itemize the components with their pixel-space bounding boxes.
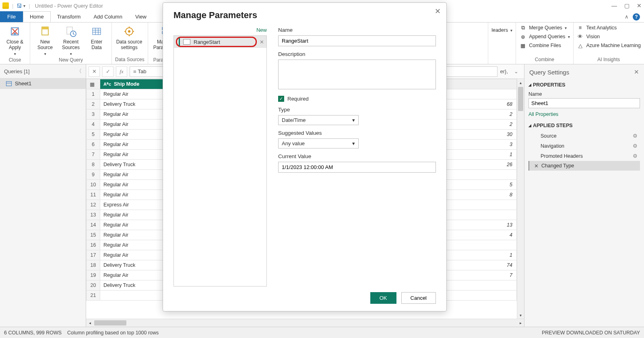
data-source-settings-button[interactable]: Data source settings xyxy=(115,24,143,51)
formula-accept-button[interactable]: ✓ xyxy=(102,66,114,77)
required-checkbox[interactable]: ✓ xyxy=(278,96,284,102)
azure-ml-button[interactable]: △Azure Machine Learning xyxy=(577,42,641,49)
qat-dropdown-icon[interactable]: ▾ xyxy=(23,4,25,8)
status-columns-rows: 6 COLUMNS, 999 ROWS xyxy=(4,330,62,336)
row-number: 4 xyxy=(87,120,100,130)
vision-button[interactable]: 👁Vision xyxy=(577,33,641,40)
grid-corner[interactable]: ▦ xyxy=(87,79,100,89)
step-settings-icon[interactable]: ⚙ xyxy=(633,143,638,149)
delete-parameter-icon[interactable]: ✕ xyxy=(260,39,264,45)
param-type-label: Type xyxy=(278,107,436,113)
svg-rect-2 xyxy=(42,27,48,29)
scroll-down-icon[interactable]: ▾ xyxy=(517,311,524,319)
step-settings-icon[interactable]: ⚙ xyxy=(633,153,638,159)
delete-step-icon[interactable]: ✕ xyxy=(534,163,539,169)
scroll-thumb[interactable] xyxy=(518,87,523,111)
row-number: 20 xyxy=(87,280,100,291)
applied-step[interactable]: ✕Changed Type xyxy=(528,161,640,171)
collapse-queries-icon[interactable]: 〈 xyxy=(76,68,82,75)
help-button[interactable]: ? xyxy=(633,13,640,21)
row-number: 12 xyxy=(87,200,100,210)
row-number: 16 xyxy=(87,240,100,250)
applied-step[interactable]: Navigation⚙ xyxy=(528,141,640,151)
combine-files-button[interactable]: ▦Combine Files xyxy=(519,42,570,49)
enter-data-button[interactable]: Enter Data xyxy=(85,24,108,51)
applied-step[interactable]: Promoted Headers⚙ xyxy=(528,151,640,161)
formula-fx-button[interactable]: fx xyxy=(116,66,127,77)
scroll-left-icon[interactable]: ◂ xyxy=(86,321,93,325)
query-settings-pane: Query Settings ✕ PROPERTIES Name All Pro… xyxy=(524,64,644,327)
row-number: 15 xyxy=(87,230,100,240)
param-desc-label: Description xyxy=(278,51,436,57)
formula-expand-button[interactable]: ⌄ xyxy=(510,66,522,77)
minimize-button[interactable]: — xyxy=(611,2,617,9)
scroll-right-icon[interactable]: ▸ xyxy=(517,321,524,325)
hscroll-thumb[interactable] xyxy=(94,320,126,326)
step-settings-icon[interactable]: ⚙ xyxy=(633,133,638,139)
grid-vertical-scrollbar[interactable]: ▴ ▾ xyxy=(517,79,524,319)
row-number: 2 xyxy=(87,99,100,109)
row-number: 13 xyxy=(87,210,100,220)
parameter-icon xyxy=(183,39,190,45)
status-bar: 6 COLUMNS, 999 ROWS Column profiling bas… xyxy=(0,327,644,338)
maximize-button[interactable]: ▢ xyxy=(624,2,630,9)
row-number: 17 xyxy=(87,250,100,260)
cancel-button[interactable]: Cancel xyxy=(401,292,436,304)
headers-dropdown[interactable]: leaders xyxy=(491,27,512,33)
tab-transform[interactable]: Transform xyxy=(51,11,87,22)
row-number: 7 xyxy=(87,150,100,160)
save-icon[interactable]: 🖫 xyxy=(17,3,22,9)
formula-cancel-button[interactable]: ✕ xyxy=(89,66,100,77)
queries-pane: Queries [1] 〈 Sheet1 xyxy=(0,64,86,327)
row-number: 9 xyxy=(87,170,100,180)
parameter-item-label: RangeStart xyxy=(194,39,220,45)
dialog-close-button[interactable]: ✕ xyxy=(435,7,441,16)
status-preview-time: PREVIEW DOWNLOADED ON SATURDAY xyxy=(542,330,640,336)
collapse-ribbon-icon[interactable]: ∧ xyxy=(625,14,629,20)
current-value-input[interactable] xyxy=(278,162,436,173)
name-label: Name xyxy=(528,90,640,98)
scroll-up-icon[interactable]: ▴ xyxy=(517,79,524,86)
param-name-input[interactable] xyxy=(278,35,436,46)
row-number: 3 xyxy=(87,109,100,120)
row-number: 10 xyxy=(87,180,100,190)
append-queries-button[interactable]: ⊕Append Queries xyxy=(519,33,570,40)
all-properties-link[interactable]: All Properties xyxy=(528,108,640,120)
ok-button[interactable]: OK xyxy=(370,292,396,304)
applied-step[interactable]: Source⚙ xyxy=(528,131,640,141)
grid-horizontal-scrollbar[interactable]: ◂ ▸ xyxy=(86,319,524,327)
combine-files-icon: ▦ xyxy=(519,42,526,49)
properties-section[interactable]: PROPERTIES xyxy=(528,80,640,90)
combine-group-label: Combine xyxy=(519,56,570,64)
row-number: 6 xyxy=(87,140,100,150)
ai-insights-group-label: AI Insights xyxy=(577,56,641,64)
tab-add-column[interactable]: Add Column xyxy=(87,11,129,22)
close-window-button[interactable]: ✕ xyxy=(637,2,642,9)
row-number: 14 xyxy=(87,220,100,230)
tab-home[interactable]: Home xyxy=(23,11,51,22)
suggested-values-select[interactable]: Any value▾ xyxy=(278,138,359,148)
svg-rect-5 xyxy=(93,28,101,35)
new-parameter-link[interactable]: New xyxy=(173,27,267,35)
query-name-input[interactable] xyxy=(528,98,640,108)
step-label: Changed Type xyxy=(541,163,574,169)
parameter-item-rangestart[interactable]: RangeStart ✕ xyxy=(174,36,266,48)
recent-sources-button[interactable]: Recent Sources▾ xyxy=(59,24,83,56)
vision-icon: 👁 xyxy=(577,33,584,40)
merge-queries-button[interactable]: ⧉Merge Queries xyxy=(519,24,570,31)
required-label: Required xyxy=(287,96,309,102)
text-analytics-button[interactable]: ≡Text Analytics xyxy=(577,24,641,31)
row-number: 5 xyxy=(87,130,100,140)
query-item-sheet1[interactable]: Sheet1 xyxy=(0,78,86,89)
param-type-select[interactable]: Date/Time▾ xyxy=(278,115,359,125)
file-tab[interactable]: File xyxy=(0,11,23,22)
row-number: 18 xyxy=(87,260,100,270)
close-settings-icon[interactable]: ✕ xyxy=(634,68,639,76)
param-desc-input[interactable] xyxy=(278,60,436,89)
query-settings-title: Query Settings xyxy=(529,69,569,76)
close-apply-button[interactable]: Close & Apply▾ xyxy=(3,24,27,56)
applied-steps-section[interactable]: APPLIED STEPS xyxy=(528,120,640,131)
tab-view[interactable]: View xyxy=(129,11,153,22)
close-group-label: Close xyxy=(3,56,27,64)
new-source-button[interactable]: New Source▾ xyxy=(33,24,57,56)
